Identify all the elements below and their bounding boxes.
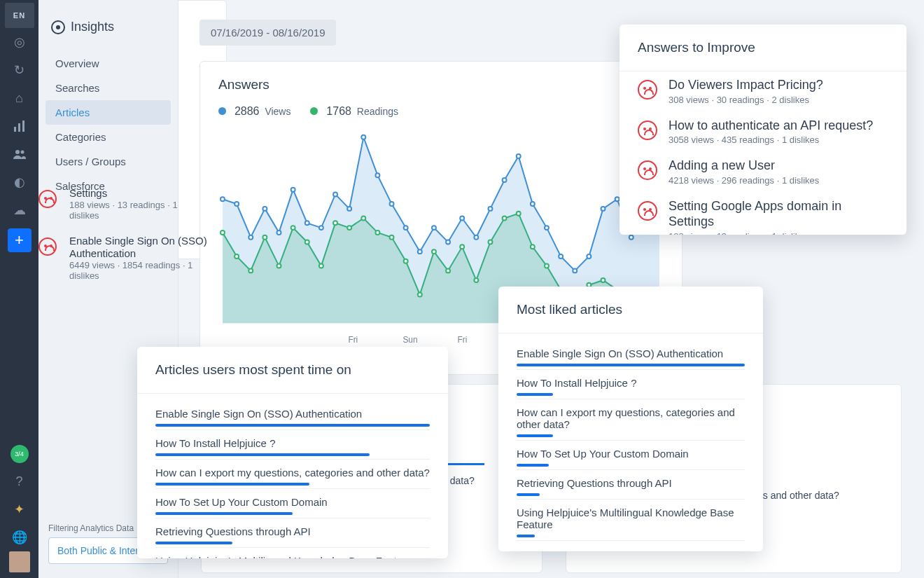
help-icon[interactable]: ? bbox=[0, 467, 38, 495]
improve-row-title: Do Viewers Impact Pricing? bbox=[668, 77, 823, 93]
svg-point-20 bbox=[432, 226, 436, 230]
svg-rect-0 bbox=[14, 127, 16, 132]
svg-point-48 bbox=[375, 230, 379, 235]
brand: Insights bbox=[38, 20, 178, 51]
improve-row[interactable]: Setting Google Apps domain in Settings18… bbox=[620, 193, 906, 235]
svg-point-56 bbox=[488, 240, 492, 245]
svg-point-10 bbox=[291, 188, 295, 192]
sidebar-item-searches[interactable]: Searches bbox=[46, 76, 171, 100]
list-item[interactable]: How To Set Up Your Custom Domain bbox=[517, 441, 745, 470]
svg-point-55 bbox=[474, 278, 478, 282]
svg-point-29 bbox=[559, 254, 563, 259]
svg-point-21 bbox=[446, 240, 450, 245]
svg-point-40 bbox=[262, 235, 267, 240]
svg-point-42 bbox=[291, 226, 295, 230]
svg-point-53 bbox=[446, 268, 450, 273]
svg-point-54 bbox=[460, 245, 464, 249]
list-item[interactable]: How can I export my questions, categorie… bbox=[517, 399, 745, 441]
list-item[interactable]: How To Install Helpjuice ? bbox=[517, 370, 745, 399]
sidebar-nav: Overview Searches Articles Categories Us… bbox=[38, 51, 178, 198]
list-item[interactable]: Retrieving Questions through API bbox=[517, 470, 745, 500]
list-item-title: Using Helpjuice's Multilingual Knowledge… bbox=[517, 507, 745, 530]
svg-text:Fri: Fri bbox=[348, 335, 358, 345]
svg-point-8 bbox=[262, 207, 267, 211]
answers-title: Answers bbox=[218, 77, 664, 92]
svg-point-34 bbox=[629, 235, 634, 240]
svg-point-57 bbox=[503, 216, 507, 221]
list-item-bar bbox=[517, 535, 535, 537]
svg-point-27 bbox=[531, 202, 535, 206]
improve-title: Answers to Improve bbox=[620, 25, 906, 71]
svg-point-18 bbox=[404, 226, 408, 230]
improve-row[interactable]: Do Viewers Impact Pricing?308 views · 30… bbox=[620, 71, 906, 111]
svg-point-19 bbox=[418, 249, 422, 254]
list-item[interactable]: Enable Single Sign On (SSO) Authenticati… bbox=[517, 340, 745, 370]
svg-point-49 bbox=[390, 235, 394, 240]
frown-icon bbox=[638, 80, 657, 99]
list-item[interactable]: Using Helpjuice's Multilingual Knowledge… bbox=[517, 500, 745, 541]
svg-point-3 bbox=[15, 150, 20, 154]
legend-views: 2886 Views bbox=[218, 105, 290, 118]
list-item-title: Enable Single Sign On (SSO) Authenticati… bbox=[155, 408, 430, 420]
svg-point-24 bbox=[488, 207, 492, 211]
world-icon[interactable]: 🌐 bbox=[0, 523, 38, 551]
most-liked-popup: Most liked articles Enable Single Sign O… bbox=[498, 287, 763, 551]
list-item[interactable]: Using Helpjuice's Multilingual Knowledge… bbox=[155, 548, 430, 558]
svg-point-43 bbox=[305, 240, 309, 245]
svg-point-28 bbox=[545, 226, 549, 230]
list-item-title: Using Helpjuice's Multilingual Knowledge… bbox=[155, 555, 430, 558]
svg-point-52 bbox=[432, 249, 436, 254]
svg-point-47 bbox=[361, 216, 365, 221]
list-item[interactable]: How can I export my questions, categorie… bbox=[155, 460, 430, 489]
target-icon[interactable]: ◎ bbox=[0, 28, 38, 56]
svg-point-26 bbox=[517, 154, 521, 158]
svg-point-45 bbox=[333, 221, 337, 225]
list-item-title: How To Set Up Your Custom Domain bbox=[517, 448, 745, 460]
list-item-bar bbox=[155, 542, 232, 544]
sidebar-item-articles[interactable]: Articles bbox=[46, 100, 171, 125]
list-item[interactable]: How To Install Helpjuice ? bbox=[155, 430, 430, 460]
ideas-icon[interactable]: ✦ bbox=[0, 495, 38, 523]
svg-point-59 bbox=[531, 245, 535, 249]
list-item-bar bbox=[517, 434, 553, 437]
sidebar-item-users[interactable]: Users / Groups bbox=[46, 149, 171, 174]
users-icon[interactable] bbox=[0, 140, 38, 168]
language-toggle[interactable]: EN bbox=[5, 3, 34, 28]
improve-row[interactable]: How to authenticate an API request?3058 … bbox=[620, 112, 906, 151]
list-item[interactable]: How To Set Up Your Custom Domain bbox=[155, 489, 430, 518]
spent-title: Articles users most spent time on bbox=[137, 347, 448, 394]
svg-point-60 bbox=[545, 264, 549, 268]
frown-icon bbox=[38, 190, 57, 208]
svg-point-31 bbox=[587, 254, 591, 259]
history-icon[interactable]: ↻ bbox=[0, 56, 38, 84]
avatar[interactable] bbox=[9, 551, 30, 572]
onboarding-steps-badge[interactable]: 3/4 bbox=[10, 445, 29, 463]
date-range-picker[interactable]: 07/16/2019 - 08/16/2019 bbox=[200, 20, 336, 46]
list-item[interactable]: Enable Single Sign On (SSO) Authenticati… bbox=[155, 401, 430, 430]
legend-readings: 1768 Readings bbox=[310, 105, 398, 118]
list-item-title: How can I export my questions, categorie… bbox=[517, 406, 745, 430]
frown-icon bbox=[38, 238, 57, 256]
svg-point-4 bbox=[20, 151, 24, 154]
frown-icon bbox=[638, 160, 657, 180]
list-item-bar bbox=[517, 464, 549, 467]
svg-point-30 bbox=[573, 268, 577, 273]
improve-row[interactable]: Adding a new User4218 views · 296 readin… bbox=[620, 152, 906, 191]
list-item[interactable]: Retrieving Questions through API bbox=[155, 518, 430, 548]
svg-point-51 bbox=[418, 292, 422, 296]
svg-point-9 bbox=[277, 230, 281, 235]
list-item-bar bbox=[155, 424, 430, 427]
svg-point-17 bbox=[390, 202, 394, 206]
improve-row-title: Setting Google Apps domain in Settings bbox=[668, 198, 888, 230]
svg-point-41 bbox=[277, 264, 281, 268]
frown-icon bbox=[638, 201, 657, 221]
svg-point-22 bbox=[460, 216, 464, 221]
svg-point-13 bbox=[333, 192, 337, 196]
list-item-bar bbox=[517, 393, 553, 396]
analytics-icon[interactable] bbox=[0, 112, 38, 140]
home-icon[interactable]: ⌂ bbox=[0, 84, 38, 112]
sidebar-item-categories[interactable]: Categories bbox=[46, 125, 171, 149]
svg-rect-1 bbox=[18, 123, 20, 132]
sidebar-item-overview[interactable]: Overview bbox=[46, 51, 171, 76]
list-item-title: Retrieving Questions through API bbox=[517, 477, 745, 489]
